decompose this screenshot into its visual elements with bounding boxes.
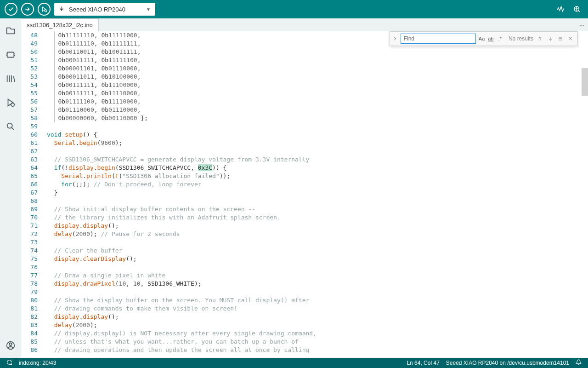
code-line[interactable]: 53 0b00011011, 0b10100000,: [21, 73, 588, 81]
code-content: // Draw a single pixel in white: [47, 271, 165, 280]
code-line[interactable]: 72 delay(2000); // Pause for 2 seconds: [21, 230, 588, 238]
boards-manager-icon[interactable]: [5, 49, 17, 61]
code-content: 0b01111100, 0b11110000,: [47, 98, 141, 106]
code-line[interactable]: 84 // display.display() is NOT necessary…: [21, 329, 588, 338]
svg-rect-7: [7, 52, 14, 58]
line-number: 62: [21, 147, 47, 155]
code-content: // unless that's what you want...rather,…: [47, 338, 299, 346]
code-line[interactable]: 50 0b00110011, 0b10011111,: [21, 48, 588, 56]
serial-monitor-button[interactable]: [571, 3, 583, 16]
code-content: // drawing operations and then update th…: [47, 346, 309, 354]
code-line[interactable]: 81 // drawing commands to make them visi…: [21, 305, 588, 313]
line-number: 75: [21, 255, 47, 263]
board-selector[interactable]: Seeed XIAO RP2040 ▼: [54, 3, 155, 16]
code-line[interactable]: 67 }: [21, 189, 588, 197]
line-number: 57: [21, 106, 47, 114]
notifications-icon[interactable]: [574, 359, 583, 367]
status-board-port[interactable]: Seeed XIAO RP2040 on /dev/cu.usbmodem141…: [444, 360, 571, 366]
code-line[interactable]: 64 if(!display.begin(SSD1306_SWITCHCAPVC…: [21, 164, 588, 172]
code-line[interactable]: 79: [21, 288, 588, 296]
account-icon[interactable]: [5, 339, 17, 351]
line-number: 70: [21, 213, 47, 222]
sync-icon[interactable]: [5, 359, 14, 367]
code-line[interactable]: 66 for(;;); // Don't proceed, loop forev…: [21, 180, 588, 189]
svg-marker-8: [8, 99, 13, 106]
code-line[interactable]: 71 display.display();: [21, 222, 588, 230]
code-content: delay(2000);: [47, 321, 97, 329]
code-line[interactable]: 55 0b00111111, 0b11110000,: [21, 89, 588, 98]
tab-overflow-button[interactable]: ···: [576, 18, 588, 31]
code-line[interactable]: 74 // Clear the buffer: [21, 247, 588, 255]
code-line[interactable]: 70 // the library initializes this with …: [21, 213, 588, 222]
code-content: Serial.begin(9600);: [47, 139, 122, 147]
verify-button[interactable]: [5, 3, 17, 16]
line-number: 52: [21, 64, 47, 73]
code-content: // drawing commands to make them visible…: [47, 305, 237, 313]
code-line[interactable]: 76: [21, 263, 588, 271]
line-number: 71: [21, 222, 47, 230]
code-content: 0b00111111, 0b11100000,: [47, 81, 141, 89]
code-line[interactable]: 52 0b00001101, 0b01110000,: [21, 64, 588, 73]
code-content: // display.display() is NOT necessary af…: [47, 329, 317, 338]
code-line[interactable]: 82 display.display();: [21, 313, 588, 321]
code-content: 0b00000000, 0b00110000 };: [47, 114, 148, 122]
sketchbook-icon[interactable]: [5, 25, 17, 37]
code-content: // the library initializes this with an …: [47, 213, 281, 222]
status-bar: indexing: 20/43 Ln 64, Col 47 Seeed XIAO…: [0, 358, 588, 368]
line-number: 74: [21, 247, 47, 255]
code-line[interactable]: 48 0b11111110, 0b11111000,: [21, 31, 588, 40]
code-line[interactable]: 73: [21, 238, 588, 247]
file-tab[interactable]: ssd1306_128x32_i2c.ino: [21, 18, 99, 31]
code-line[interactable]: 65 Serial.println(F("SSD1306 allocation …: [21, 172, 588, 180]
code-line[interactable]: 62: [21, 147, 588, 155]
code-content: 0b00011111, 0b11111100,: [47, 56, 141, 64]
code-content: // SSD1306_SWITCHCAPVCC = generate displ…: [47, 155, 309, 164]
code-line[interactable]: 49 0b01111110, 0b11111111,: [21, 40, 588, 48]
code-line[interactable]: 86 // drawing operations and then update…: [21, 346, 588, 354]
code-content: Serial.println(F("SSD1306 allocation fai…: [47, 172, 230, 180]
line-number: 59: [21, 122, 47, 131]
debug-button[interactable]: [38, 3, 51, 16]
code-line[interactable]: 58 0b00000000, 0b00110000 };: [21, 114, 588, 122]
code-line[interactable]: 85 // unless that's what you want...rath…: [21, 338, 588, 346]
code-line[interactable]: 54 0b00111111, 0b11100000,: [21, 81, 588, 89]
code-line[interactable]: 61 Serial.begin(9600);: [21, 139, 588, 147]
line-number: 83: [21, 321, 47, 329]
code-line[interactable]: 77 // Draw a single pixel in white: [21, 271, 588, 280]
code-content: for(;;); // Don't proceed, loop forever: [47, 180, 202, 189]
line-number: 76: [21, 263, 47, 271]
line-number: 56: [21, 98, 47, 106]
line-number: 86: [21, 346, 47, 354]
code-line[interactable]: 56 0b01111100, 0b11110000,: [21, 98, 588, 106]
code-line[interactable]: 57 0b01110000, 0b01110000,: [21, 106, 588, 114]
line-number: 80: [21, 296, 47, 305]
code-content: display.clearDisplay();: [47, 255, 137, 263]
line-number: 58: [21, 114, 47, 122]
svg-line-11: [11, 127, 14, 130]
code-line[interactable]: 83 delay(2000);: [21, 321, 588, 329]
upload-button[interactable]: [21, 3, 34, 16]
line-number: 78: [21, 280, 47, 288]
code-line[interactable]: 75 display.clearDisplay();: [21, 255, 588, 263]
library-manager-icon[interactable]: [5, 73, 17, 85]
code-line[interactable]: 69 // Show initial display buffer conten…: [21, 205, 588, 213]
code-line[interactable]: 78 display.drawPixel(10, 10, SSD1306_WHI…: [21, 280, 588, 288]
code-line[interactable]: 80 // Show the display buffer on the scr…: [21, 296, 588, 305]
debug-panel-icon[interactable]: [5, 97, 17, 109]
search-icon[interactable]: [5, 121, 17, 132]
line-number: 72: [21, 230, 47, 238]
code-content: // Clear the buffer: [47, 247, 122, 255]
code-line[interactable]: 60void setup() {: [21, 131, 588, 139]
line-number: 54: [21, 81, 47, 89]
svg-point-9: [11, 103, 14, 106]
serial-plotter-button[interactable]: [554, 3, 567, 16]
line-number: 84: [21, 329, 47, 338]
code-editor[interactable]: 48 0b11111110, 0b11111000,49 0b01111110,…: [21, 31, 588, 358]
status-cursor[interactable]: Ln 64, Col 47: [405, 360, 441, 366]
code-line[interactable]: 51 0b00011111, 0b11111100,: [21, 56, 588, 64]
code-line[interactable]: 59: [21, 122, 588, 131]
status-indexing[interactable]: indexing: 20/43: [17, 360, 58, 366]
code-line[interactable]: 68: [21, 197, 588, 205]
code-line[interactable]: 63 // SSD1306_SWITCHCAPVCC = generate di…: [21, 155, 588, 164]
scrollbar-thumb[interactable]: [582, 68, 588, 96]
